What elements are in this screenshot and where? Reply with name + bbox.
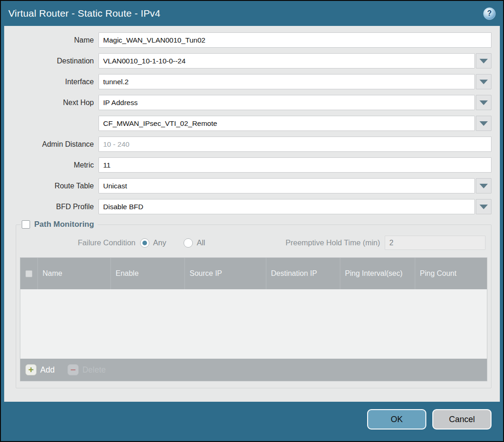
next-hop-row: Next Hop <box>9 95 492 110</box>
admin-distance-input[interactable] <box>98 137 492 152</box>
interface-label: Interface <box>9 78 98 86</box>
interface-input[interactable] <box>98 74 475 89</box>
column-header-destination-ip: Destination IP <box>266 258 340 289</box>
bfd-profile-input[interactable] <box>98 199 475 214</box>
failure-condition-label: Failure Condition <box>20 238 140 247</box>
minus-icon: − <box>68 364 79 375</box>
bfd-profile-row: BFD Profile <box>9 199 492 214</box>
interface-dropdown-button[interactable] <box>476 74 492 89</box>
radio-selected-icon <box>140 238 149 248</box>
metric-input[interactable] <box>98 157 492 173</box>
chevron-down-icon <box>479 80 488 84</box>
route-table-input[interactable] <box>98 178 475 193</box>
name-row: Name <box>9 32 492 48</box>
bfd-profile-label: BFD Profile <box>9 203 98 211</box>
column-header-enable: Enable <box>111 258 185 289</box>
preemptive-hold-time-group: Preemptive Hold Time (min) <box>286 236 486 250</box>
chevron-down-icon <box>479 100 488 105</box>
failure-condition-row: Failure Condition Any All Preemptive Hol… <box>20 236 487 250</box>
metric-label: Metric <box>9 161 98 169</box>
dialog-title: Virtual Router - Static Route - IPv4 <box>8 8 160 19</box>
table-select-all-cell <box>20 258 38 289</box>
help-icon[interactable]: ? <box>483 7 496 20</box>
path-monitoring-checkbox[interactable] <box>22 220 30 229</box>
next-hop-label: Next Hop <box>9 99 98 107</box>
preemptive-hold-time-input[interactable] <box>385 236 486 250</box>
path-monitoring-title: Path Monitoring <box>34 220 94 229</box>
admin-distance-row: Admin Distance <box>9 137 492 152</box>
delete-button-label: Delete <box>82 365 106 375</box>
chevron-down-icon <box>479 59 488 63</box>
table-header-row: Name Enable Source IP Destination IP Pin… <box>20 258 487 289</box>
chevron-down-icon <box>479 205 488 209</box>
path-monitoring-legend: Path Monitoring <box>21 220 98 229</box>
chevron-down-icon <box>479 184 488 188</box>
delete-button[interactable]: − Delete <box>68 364 106 375</box>
metric-row: Metric <box>9 157 492 173</box>
destination-input[interactable] <box>98 53 475 68</box>
ok-button[interactable]: OK <box>367 409 426 430</box>
table-toolbar: + Add − Delete <box>20 359 487 381</box>
next-hop-address-input[interactable] <box>98 116 475 131</box>
failure-condition-all-option[interactable]: All <box>184 238 205 248</box>
bfd-profile-dropdown-button[interactable] <box>476 199 492 214</box>
route-table-row: Route Table <box>9 178 492 193</box>
table-body-empty <box>20 289 487 359</box>
interface-row: Interface <box>9 74 492 89</box>
route-table-label: Route Table <box>9 182 98 190</box>
column-header-source-ip: Source IP <box>185 258 266 289</box>
cancel-button[interactable]: Cancel <box>432 409 492 430</box>
failure-condition-any-label: Any <box>153 238 166 247</box>
route-table-dropdown-button[interactable] <box>476 178 492 193</box>
destination-row: Destination <box>9 53 492 68</box>
dialog-titlebar: Virtual Router - Static Route - IPv4 ? <box>1 1 503 26</box>
preemptive-hold-time-label: Preemptive Hold Time (min) <box>286 238 385 247</box>
chevron-down-icon <box>479 121 488 126</box>
path-monitoring-table: Name Enable Source IP Destination IP Pin… <box>20 257 487 381</box>
dialog-footer: OK Cancel <box>1 402 503 441</box>
next-hop-type-dropdown-button[interactable] <box>476 95 492 110</box>
static-route-dialog: Virtual Router - Static Route - IPv4 ? N… <box>0 0 504 442</box>
path-monitoring-section: Path Monitoring Failure Condition Any Al… <box>16 220 492 388</box>
destination-dropdown-button[interactable] <box>476 53 492 68</box>
next-hop-address-dropdown-button[interactable] <box>476 116 492 131</box>
next-hop-address-row <box>9 116 492 131</box>
column-header-ping-count: Ping Count <box>415 258 487 289</box>
name-label: Name <box>9 36 98 44</box>
failure-condition-radio-group: Any All <box>140 238 205 248</box>
column-header-name: Name <box>38 258 111 289</box>
column-header-ping-interval: Ping Interval(sec) <box>340 258 415 289</box>
admin-distance-label: Admin Distance <box>9 140 98 149</box>
plus-icon: + <box>25 364 37 375</box>
destination-label: Destination <box>9 57 98 65</box>
add-button-label: Add <box>40 365 55 375</box>
next-hop-type-input[interactable] <box>98 95 475 110</box>
failure-condition-any-option[interactable]: Any <box>140 238 166 248</box>
name-input[interactable] <box>98 32 492 48</box>
select-all-checkbox[interactable] <box>25 270 32 277</box>
dialog-content: Name Destination Interface <box>4 26 500 402</box>
add-button[interactable]: + Add <box>25 364 55 375</box>
radio-unselected-icon <box>184 238 193 248</box>
failure-condition-all-label: All <box>197 238 205 247</box>
